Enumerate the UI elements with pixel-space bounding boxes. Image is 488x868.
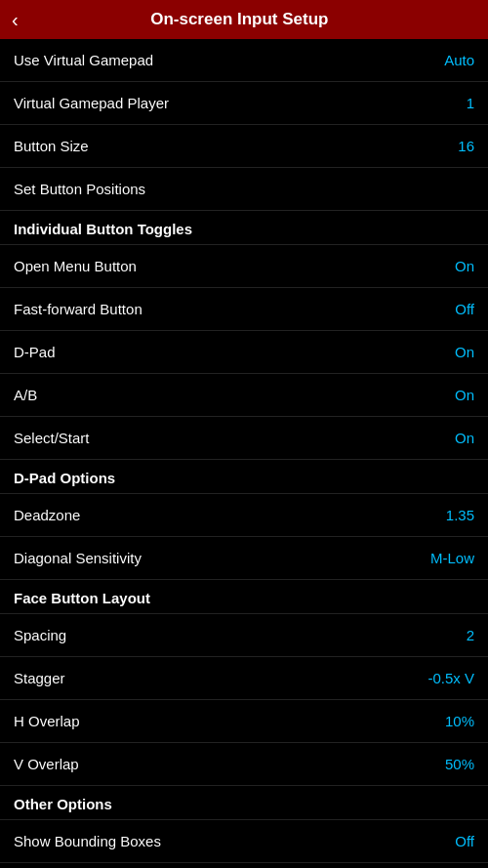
label-select-start: Select/Start — [14, 430, 90, 446]
label-deadzone: Deadzone — [14, 507, 80, 523]
section-header-text: Face Button Layout — [14, 590, 150, 606]
row-d-pad[interactable]: D-PadOn — [0, 331, 488, 374]
value-show-bounding-boxes: Off — [455, 833, 474, 849]
label-show-bounding-boxes: Show Bounding Boxes — [14, 833, 161, 849]
label-stagger: Stagger — [14, 670, 65, 686]
value-diagonal-sensitivity: M-Low — [430, 550, 474, 566]
value-v-overlap: 50% — [445, 756, 474, 772]
row-select-start[interactable]: Select/StartOn — [0, 417, 488, 460]
row-ab[interactable]: A/BOn — [0, 374, 488, 417]
back-button[interactable]: ‹ — [12, 9, 19, 31]
label-open-menu-button: Open Menu Button — [14, 258, 137, 274]
row-stagger[interactable]: Stagger-0.5x V — [0, 657, 488, 700]
value-stagger: -0.5x V — [427, 670, 474, 686]
label-fast-forward-button: Fast-forward Button — [14, 301, 142, 317]
value-fast-forward-button: Off — [455, 301, 474, 317]
header: ‹ On-screen Input Setup — [0, 0, 488, 39]
value-open-menu-button: On — [455, 258, 474, 274]
section-header-text: Individual Button Toggles — [14, 221, 192, 237]
value-select-start: On — [455, 430, 474, 446]
label-spacing: Spacing — [14, 627, 66, 643]
row-virtual-gamepad-player[interactable]: Virtual Gamepad Player1 — [0, 82, 488, 125]
section-section-other: Other Options — [0, 786, 488, 820]
label-button-size: Button Size — [14, 138, 89, 154]
label-ab: A/B — [14, 387, 37, 403]
app-container: ‹ On-screen Input Setup Use Virtual Game… — [0, 0, 488, 868]
value-ab: On — [455, 387, 474, 403]
label-use-virtual-gamepad: Use Virtual Gamepad — [14, 52, 153, 68]
row-use-virtual-gamepad[interactable]: Use Virtual GamepadAuto — [0, 39, 488, 82]
value-h-overlap: 10% — [445, 713, 474, 729]
value-deadzone: 1.35 — [446, 507, 474, 523]
row-button-size[interactable]: Button Size16 — [0, 125, 488, 168]
row-fast-forward-button[interactable]: Fast-forward ButtonOff — [0, 288, 488, 331]
label-diagonal-sensitivity: Diagonal Sensitivity — [14, 550, 142, 566]
label-virtual-gamepad-player: Virtual Gamepad Player — [14, 95, 169, 111]
row-show-bounding-boxes[interactable]: Show Bounding BoxesOff — [0, 820, 488, 863]
label-set-button-positions: Set Button Positions — [14, 181, 145, 197]
value-button-size: 16 — [458, 138, 474, 154]
value-use-virtual-gamepad: Auto — [444, 52, 474, 68]
row-open-menu-button[interactable]: Open Menu ButtonOn — [0, 245, 488, 288]
header-title: On-screen Input Setup — [26, 10, 453, 29]
row-diagonal-sensitivity[interactable]: Diagonal SensitivityM-Low — [0, 537, 488, 580]
value-spacing: 2 — [467, 627, 474, 643]
value-d-pad: On — [455, 344, 474, 360]
row-deadzone[interactable]: Deadzone1.35 — [0, 494, 488, 537]
row-v-overlap[interactable]: V Overlap50% — [0, 743, 488, 786]
section-section-individual: Individual Button Toggles — [0, 211, 488, 245]
label-v-overlap: V Overlap — [14, 756, 79, 772]
row-set-button-positions[interactable]: Set Button Positions — [0, 168, 488, 211]
section-section-dpad: D-Pad Options — [0, 460, 488, 494]
settings-list: Use Virtual GamepadAutoVirtual Gamepad P… — [0, 39, 488, 868]
label-d-pad: D-Pad — [14, 344, 56, 360]
label-h-overlap: H Overlap — [14, 713, 80, 729]
section-section-face: Face Button Layout — [0, 580, 488, 614]
value-virtual-gamepad-player: 1 — [467, 95, 474, 111]
row-h-overlap[interactable]: H Overlap10% — [0, 700, 488, 743]
section-header-text: D-Pad Options — [14, 470, 115, 486]
row-show-gamepad-if-touched[interactable]: Show Gamepad If Screen TouchedBOn — [0, 863, 488, 868]
section-header-text: Other Options — [14, 796, 112, 812]
row-spacing[interactable]: Spacing2 — [0, 614, 488, 657]
